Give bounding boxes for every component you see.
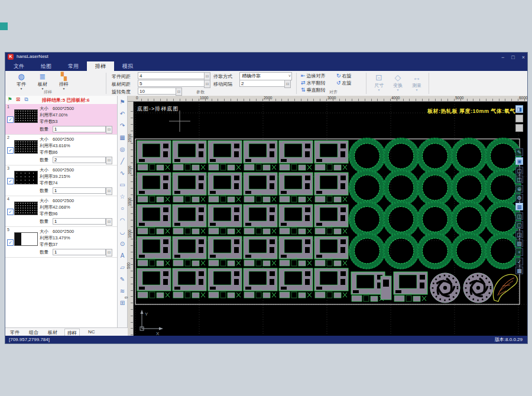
panel-icon[interactable]: ◫ [515,212,523,220]
line-icon[interactable]: ╱ [118,157,126,165]
item-checkbox[interactable]: ✓ [7,147,14,154]
layers-icon[interactable]: ◫ [515,176,523,183]
item-checkbox[interactable]: ✓ [7,178,14,184]
window-icon[interactable]: ▢ [515,167,523,174]
nest-result-item[interactable]: 2✓大小6000*2500利用率43.616%零件数86数量⊡ [5,135,117,165]
plate-gap-label: 板材间距 [112,81,131,87]
text-icon[interactable]: A [118,252,126,260]
ruler-tick-label: 6000 [519,96,527,100]
rotate-angle-input[interactable] [138,87,177,95]
export-icon[interactable]: ⧉ [23,96,30,103]
part-count-value: 96 [53,211,57,216]
display-icon[interactable]: ▣ [515,157,523,165]
ellipse-icon[interactable]: ⊙ [118,240,126,248]
size-button[interactable]: ⊡ 尺寸 ▼ [371,73,387,92]
rectangle-icon[interactable]: ▭ [118,181,126,189]
arc-up-icon[interactable]: ◠ [118,216,126,225]
redo-icon[interactable]: ↷ [118,122,126,130]
select-flag-icon[interactable]: ⚑ [118,98,126,106]
menu-tab-file[interactable]: 文件 [5,61,33,71]
canvas-viewport[interactable]: Y X 底图->排样底图 板材:热轧板 厚度:10mm 气体:氧气 ◨✎▣▢◫⊕… [134,102,528,336]
measure-button[interactable]: ↔ 测量 ▼ [408,73,425,92]
quantity-input[interactable] [53,218,106,225]
menu-tab-common[interactable]: 常用 [60,61,87,71]
undo-icon[interactable]: ↶ [118,110,126,118]
plate-button[interactable]: ≣ 板材 ▼ [34,72,51,90]
curve-icon[interactable]: ∿ [118,169,126,177]
delete-icon[interactable]: ⊠ [15,96,21,103]
item-checkbox[interactable]: ✓ [7,239,14,246]
quantity-spinner[interactable]: ⊡ [106,187,112,195]
add-icon[interactable]: ⊕ [515,185,523,193]
monitor-icon[interactable]: ▦ [515,203,523,210]
item-checkbox[interactable]: ✓ [7,116,14,123]
quantity-spinner[interactable]: ⊡ [106,249,112,257]
ruler-tick-label: 1000 [200,96,208,100]
quantity-spinner[interactable]: ⊡ [106,157,112,164]
nest-button[interactable]: ▚ 排样 ▼ [55,72,73,90]
ruler-tick-label: 5000 [455,96,463,100]
scroll-track[interactable] [515,124,523,132]
move-icon[interactable]: + [515,248,523,256]
image-icon[interactable]: ▦ [118,134,126,142]
apply-flag-icon[interactable]: ⚑ [7,96,13,103]
svg-text:X: X [156,331,160,336]
ruler-tick-label: 500 [126,262,131,269]
quantity-spinner[interactable]: ⊡ [106,126,112,134]
quantity-input[interactable] [53,249,106,255]
rotate-right-button[interactable]: ↻右旋 [336,73,352,79]
edge-align-button[interactable]: ⇤边缘对齐 [301,73,326,79]
edit-icon[interactable]: ✎ [515,148,523,156]
nest-result-item[interactable]: 5✓大小6000*2500利用率13.479%零件数37数量⊡ [5,227,117,258]
rotate-angle-spinner[interactable]: ⊡ [176,87,182,96]
quantity-input[interactable] [53,157,106,163]
quantity-input[interactable] [53,126,106,132]
ruler-tick-label: 2500 [128,134,132,142]
grid-icon[interactable]: ⊞ [118,299,126,307]
menu-tab-simulate[interactable]: 模拟 [114,61,141,71]
edge-align-icon: ⇤ [301,73,306,79]
horizontal-flip-button[interactable]: ⇄水平翻转 [301,80,326,86]
zoom-icon[interactable]: ◎ [118,145,126,154]
corner-icon[interactable]: ◲ [515,231,523,238]
plate-gap-input[interactable] [138,80,205,87]
quantity-label: 数量 [40,188,48,194]
parts-button[interactable]: ◍ 零件 ▼ [12,72,30,90]
part-gap-spinner[interactable]: ⊡ [204,72,210,80]
close-button[interactable]: × [522,54,525,60]
nest-result-item[interactable]: 4✓大小6000*2500利用率42.068%零件数96数量⊡ [5,196,117,227]
maximize-button[interactable]: □ [511,54,514,60]
part-gap-input[interactable] [138,72,205,79]
arc-down-icon[interactable]: ◡ [118,228,126,236]
nest-result-item[interactable]: 3✓大小6000*2500利用率39.215%零件数74数量⊡ [5,165,117,196]
cad-canvas[interactable]: 0100020003000400050006000 25002000150010… [128,96,528,336]
item-checkbox[interactable]: ✓ [7,209,14,215]
rotate-left-button[interactable]: ↺左旋 [336,80,352,86]
wave-icon[interactable]: ≋ [118,287,126,296]
check-icon[interactable]: ✓ [515,258,523,265]
move-step-spinner[interactable]: ⊡ [284,80,291,88]
menu-tab-nest[interactable]: 排样 [87,61,114,71]
dock-mode-select[interactable]: 精确停靠 ˅ [239,72,292,80]
tab-nc[interactable]: NC [86,329,98,335]
scroll-up-button[interactable] [515,115,523,122]
frame-icon[interactable]: ▢ [515,221,523,229]
nest-result-item[interactable]: 1✓大小6000*2500利用率47.00%零件数53数量⊡ [5,104,117,135]
circle-icon[interactable]: ○ [118,205,126,213]
quantity-input[interactable] [53,187,106,194]
transform-button[interactable]: ◇ 变换 ▼ [390,73,406,92]
move-step-input[interactable] [239,80,286,87]
quantity-label: 数量 [40,219,48,225]
plate-gap-spinner[interactable]: ⊡ [204,80,210,88]
star-icon[interactable]: ☆ [118,193,126,201]
eraser-icon[interactable]: ▱ [118,264,126,272]
mesh-icon[interactable]: ▩ [515,267,523,274]
panel-toggle-icon[interactable]: ◨ [515,105,523,113]
hatch-icon[interactable]: ▧ [515,239,523,247]
settings-icon[interactable]: ⚙ [515,194,523,202]
quantity-spinner[interactable]: ⊡ [106,218,112,226]
minimize-button[interactable]: − [501,54,504,60]
menu-tab-draw[interactable]: 绘图 [33,61,60,71]
edit-icon[interactable]: ✎ [118,275,126,284]
quantity-label: 数量 [40,157,48,163]
